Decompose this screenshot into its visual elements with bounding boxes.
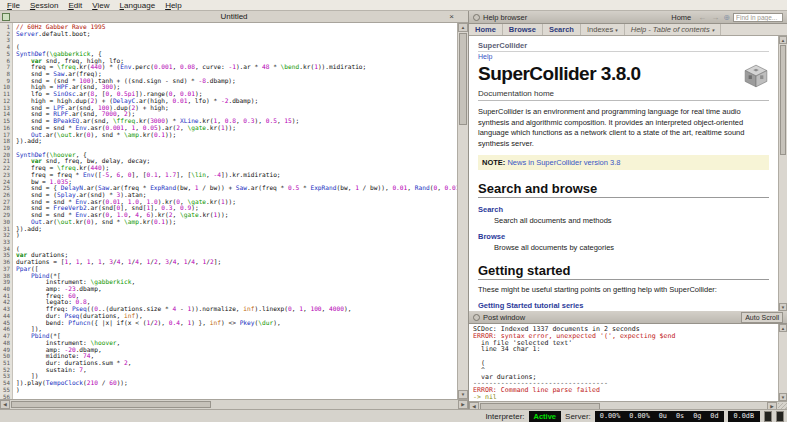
menu-session[interactable]: Session (25, 0, 63, 10)
interpreter-status-badge[interactable]: Active (529, 411, 562, 422)
post-line: line 34 char 1: (473, 346, 778, 353)
line-number: 6 (0, 58, 10, 65)
link-description: Browse all documents by categories (494, 243, 769, 252)
code-line[interactable]: Server.default.boot; (16, 31, 457, 38)
code-line[interactable]: ) (16, 387, 457, 394)
line-number: 23 (0, 172, 10, 179)
help-nav-home[interactable]: Home (469, 24, 503, 35)
tab-close-icon[interactable]: × (449, 11, 454, 23)
globe-icon: ⊕ (723, 13, 730, 22)
volume-indicator[interactable]: 0.0dB (728, 411, 760, 422)
scroll-right-icon[interactable]: ▶ (458, 400, 468, 409)
menu-language[interactable]: Language (115, 0, 161, 10)
server-label: Server: (565, 412, 591, 421)
code-line[interactable]: bend: Pfuncn({ |x| if(x < (1/2), 0.4, 1)… (16, 320, 457, 327)
scroll-down-icon[interactable]: ▼ (779, 393, 787, 401)
editor-tab-title[interactable]: Untitled (0, 12, 468, 21)
code-line[interactable]: }).add; (16, 226, 457, 233)
help-browser-titlebar[interactable]: Help browser Home ← → ⊕ (469, 11, 787, 24)
getting-started-link[interactable]: Getting Started tutorial series (478, 301, 769, 310)
chevron-down-icon: ▾ (615, 27, 618, 33)
section-intro: These might be useful starting points on… (478, 285, 769, 294)
help-nav-toc[interactable]: Help - Table of contents ▾ (625, 24, 721, 35)
post-output[interactable]: SCDoc: Indexed 1337 documents in 2 secon… (469, 324, 778, 401)
code-line[interactable]: ) (16, 232, 457, 239)
code-line[interactable] (16, 239, 457, 246)
help-document: SuperCollider Help SuperCollider 3.8.0 (469, 36, 778, 311)
line-number: 48 (0, 340, 10, 347)
line-number: 2 (0, 31, 10, 38)
line-number: 25 (0, 185, 10, 192)
page-title: SuperCollider 3.8.0 (478, 63, 743, 85)
code-line[interactable] (16, 37, 457, 44)
menu-file[interactable]: File (2, 0, 25, 10)
record-button[interactable] (776, 411, 784, 422)
line-number: 54 (0, 380, 10, 387)
dock-float-icon[interactable] (473, 14, 480, 21)
scrollbar-thumb[interactable] (780, 45, 786, 155)
code-line[interactable]: ( (16, 246, 457, 253)
code-line[interactable]: durations = [1, 1, 1, 1, 3/4, 1/4, 1/2, … (16, 259, 457, 266)
help-home-button[interactable]: Home (668, 13, 694, 22)
code-line[interactable]: Out.ar(\out.kr(0), snd * \amp.kr(0.1)); (16, 132, 457, 139)
code-line[interactable]: }).add; (16, 138, 457, 145)
code-line[interactable]: Out.ar(\out.kr(0), snd * \amp.kr(0.1)); (16, 219, 457, 226)
dock-float-icon[interactable] (473, 314, 480, 321)
line-number: 32 (0, 232, 10, 239)
mute-button[interactable] (764, 411, 772, 422)
menu-help[interactable]: Help (160, 0, 186, 10)
forward-icon[interactable]: → (710, 13, 720, 22)
post-window-titlebar[interactable]: Post window Auto Scroll (469, 311, 787, 324)
menu-view[interactable]: View (87, 0, 114, 10)
help-nav-search[interactable]: Search (543, 24, 581, 35)
scroll-left-icon[interactable]: ◀ (0, 400, 10, 409)
auto-scroll-button[interactable]: Auto Scroll (741, 312, 783, 323)
find-in-page-input[interactable] (733, 13, 783, 22)
back-icon[interactable]: ← (697, 13, 707, 22)
line-number: 40 (0, 286, 10, 293)
line-number: 34 (0, 246, 10, 253)
post-line: ( (473, 360, 778, 367)
code-line[interactable]: Ppar([ (16, 266, 457, 273)
breadcrumb-help-link[interactable]: Help (478, 53, 769, 60)
line-number: 50 (0, 353, 10, 360)
scroll-down-icon[interactable]: ▼ (458, 390, 468, 399)
scroll-up-icon[interactable]: ▲ (779, 36, 787, 44)
scrollbar-thumb[interactable] (459, 33, 467, 125)
scrollbar-thumb[interactable] (11, 401, 211, 408)
note-box: NOTE: News in SuperCollider version 3.8 (478, 155, 769, 170)
help-nav-indexes[interactable]: Indexes ▾ (581, 24, 625, 35)
right-panel: Help browser Home ← → ⊕ Home Browse Sear… (469, 11, 787, 409)
post-window-title: Post window (483, 313, 525, 322)
editor-horizontal-scrollbar[interactable]: ◀ ▶ (0, 399, 468, 409)
editor-vertical-scrollbar[interactable]: ▲ ▼ (457, 23, 468, 399)
editor-tab-bar[interactable]: Untitled × (0, 11, 468, 23)
code-line[interactable]: amp: -23.dbamp, (16, 286, 457, 293)
line-number: 55 (0, 387, 10, 394)
scroll-up-icon[interactable]: ▲ (458, 23, 468, 32)
post-line: ERROR: Command line parse failed (473, 387, 778, 394)
search-link[interactable]: Search (478, 205, 769, 214)
post-vertical-scrollbar[interactable]: ▲ ▼ (778, 324, 787, 401)
server-stats[interactable]: 0.00% 0.00% 0u 0s 0g 0d (595, 411, 724, 422)
help-nav-toc-label: Help - Table of contents (631, 25, 710, 34)
code-editor[interactable]: 1234567891011121314151617181920212223242… (0, 23, 468, 399)
section-heading: Getting started (478, 263, 769, 280)
menu-edit[interactable]: Edit (63, 0, 87, 10)
editor-code[interactable]: // 60Hz Gabber Rave 1995Server.default.b… (13, 23, 457, 399)
browse-link[interactable]: Browse (478, 232, 769, 241)
line-number: 47 (0, 333, 10, 340)
code-line[interactable]: ]), (16, 326, 457, 333)
help-vertical-scrollbar[interactable]: ▲ ▼ (778, 36, 787, 311)
note-news-link[interactable]: News in SuperCollider version 3.8 (507, 158, 620, 167)
code-line[interactable]: ]).play(TempoClock(210 / 60)); (16, 380, 457, 387)
line-number: 9 (0, 78, 10, 85)
scroll-up-icon[interactable]: ▲ (779, 324, 787, 332)
help-nav-browse[interactable]: Browse (503, 24, 543, 35)
link-description: Search all documents and methods (494, 216, 769, 225)
code-line[interactable]: freq = freq * Env([-5, 6, 0], [0.1, 1.7]… (16, 172, 457, 179)
post-content-area: SCDoc: Indexed 1337 documents in 2 secon… (469, 324, 787, 401)
code-line[interactable]: sustain: 7, (16, 367, 457, 374)
scroll-down-icon[interactable]: ▼ (779, 303, 787, 311)
line-number: 49 (0, 347, 10, 354)
